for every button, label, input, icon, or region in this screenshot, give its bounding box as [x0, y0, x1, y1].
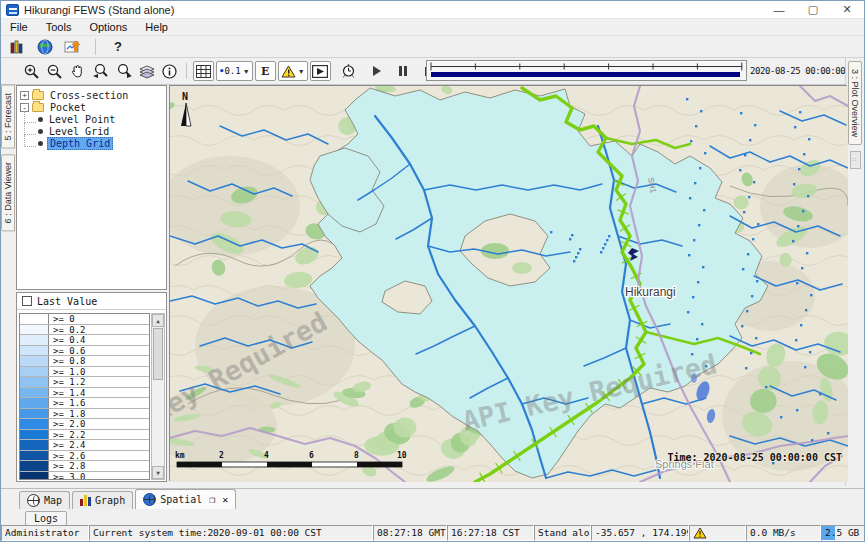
menu-item-help[interactable]: Help	[136, 20, 177, 34]
tree-item-level-point[interactable]: Level Point	[20, 113, 166, 125]
title-bar: Hikurangi FEWS (Stand alone) — ▢ ✕	[1, 1, 864, 19]
tree-item-label: Depth Grid	[47, 137, 113, 150]
tree-item-depth-grid[interactable]: Depth Grid	[20, 137, 166, 149]
legend-scrollbar[interactable]: ▲ ▼	[151, 313, 165, 480]
legend-panel: Last Value >= 0>= 0.2>= 0.4>= 0.6>= 0.8>…	[16, 292, 167, 482]
legend-row[interactable]: >= 1.4	[20, 388, 149, 399]
help-icon[interactable]: ?	[108, 38, 128, 56]
legend-row[interactable]: >= 2.2	[20, 430, 149, 441]
tree-item-label: Level Grid	[47, 126, 111, 137]
info-icon[interactable]	[159, 61, 180, 81]
scroll-up-icon[interactable]: ▲	[152, 314, 164, 327]
map-canvas[interactable]: API Key Required API Key Required Hikura…	[170, 86, 848, 482]
zoom-previous-icon[interactable]	[90, 61, 111, 81]
legend-value-label: >= 2.2	[49, 430, 86, 440]
legend-row[interactable]: >= 1.8	[20, 409, 149, 420]
legend-row[interactable]: >= 1.6	[20, 398, 149, 409]
legend-row[interactable]: >= 2.4	[20, 440, 149, 451]
movie-export-icon[interactable]	[310, 61, 331, 81]
legend-value-label: >= 1.8	[49, 409, 86, 419]
tab-label: Graph	[95, 495, 125, 506]
tree-connector	[24, 123, 36, 135]
status-gmt-time: 08:27:18 GMT	[373, 525, 447, 541]
panel-grip[interactable]: ∷	[850, 151, 861, 169]
class-break-dropdown[interactable]: •0.1▼	[216, 61, 253, 81]
tab-5-forecast[interactable]: 5 : Forecast	[1, 85, 15, 149]
close-button[interactable]: ✕	[830, 1, 864, 18]
maximize-pane-icon[interactable]: ❐	[209, 494, 215, 505]
status-warning	[689, 525, 746, 541]
labels-toggle-button[interactable]: E	[255, 61, 276, 81]
legend-row[interactable]: >= 2.8	[20, 461, 149, 472]
legend-row[interactable]: >= 2.0	[20, 419, 149, 430]
legend-row[interactable]: >= 0.4	[20, 335, 149, 346]
leaf-bullet-icon	[38, 141, 43, 146]
tree-toggle-icon[interactable]: +	[20, 91, 29, 100]
legend-color-swatch	[20, 335, 49, 345]
play-button[interactable]	[367, 61, 388, 81]
menu-item-options[interactable]: Options	[80, 20, 136, 34]
toolbar-separator	[95, 39, 96, 55]
zoom-out-icon[interactable]	[44, 61, 65, 81]
export-chart-icon[interactable]	[63, 38, 83, 56]
animation-settings-icon[interactable]	[338, 61, 359, 81]
legend-row[interactable]: >= 3.0	[20, 472, 149, 481]
legend-value-label: >= 1.2	[49, 377, 86, 387]
warning-icon	[693, 527, 707, 539]
last-value-checkbox[interactable]	[22, 296, 32, 306]
tree-item-cross-section[interactable]: +Cross-section	[20, 89, 166, 101]
menu-item-file[interactable]: File	[1, 20, 37, 34]
tab-spatial[interactable]: Spatial❐✕	[135, 489, 236, 509]
zoom-next-icon[interactable]	[113, 61, 134, 81]
tab-plot-overview[interactable]: 3 : Plot Overview	[848, 61, 862, 145]
tree-connector	[24, 111, 36, 123]
menu-item-tools[interactable]: Tools	[37, 20, 81, 34]
filters-tree: +Cross-section-PocketLevel PointLevel Gr…	[16, 85, 167, 290]
folder-icon	[32, 91, 44, 100]
layers-icon[interactable]	[136, 61, 157, 81]
legend-row[interactable]: >= 2.6	[20, 451, 149, 462]
toolbar-separator	[186, 63, 187, 79]
legend-value-label: >= 1.4	[49, 388, 86, 398]
grid-icon[interactable]	[193, 61, 214, 81]
app-icon	[6, 4, 19, 16]
status-bar: AdministratorCurrent system time:2020-09…	[1, 525, 864, 541]
minimize-button[interactable]: —	[762, 1, 796, 18]
legend-color-swatch	[20, 440, 49, 450]
tab-6-data-viewer[interactable]: 6 : Data Viewer	[1, 154, 15, 231]
chevron-down-icon: ▼	[243, 68, 250, 75]
close-pane-icon[interactable]: ✕	[222, 494, 228, 505]
legend-row[interactable]: >= 1.0	[20, 367, 149, 378]
current-time-display: 2020-08-25 00:00:00 CST	[750, 60, 847, 81]
legend-value-label: >= 1.6	[49, 398, 86, 408]
legend-color-swatch	[20, 451, 49, 461]
tree-item-pocket[interactable]: -Pocket	[20, 101, 166, 113]
legend-row[interactable]: >= 0.6	[20, 346, 149, 357]
legend-row[interactable]: >= 0.8	[20, 356, 149, 367]
tab-graph[interactable]: Graph	[72, 491, 133, 509]
globe-icon[interactable]	[35, 38, 55, 56]
explorer-icon[interactable]	[7, 38, 27, 56]
warning-icon	[281, 65, 296, 78]
pan-icon[interactable]	[67, 61, 88, 81]
legend-color-swatch	[20, 346, 49, 356]
legend-color-swatch	[20, 419, 49, 429]
legend-value-label: >= 1.0	[49, 367, 86, 377]
main-toolbar: ?	[1, 36, 864, 58]
maximize-button[interactable]: ▢	[796, 1, 830, 18]
pause-button[interactable]	[393, 61, 414, 81]
time-slider[interactable]	[426, 60, 747, 81]
scroll-down-icon[interactable]: ▼	[152, 466, 164, 479]
logs-tab[interactable]: Logs	[25, 511, 67, 526]
tab-map[interactable]: Map	[19, 491, 70, 509]
last-value-row[interactable]: Last Value	[17, 293, 166, 310]
legend-row[interactable]: >= 0	[20, 314, 149, 325]
legend-color-swatch	[20, 367, 49, 377]
app-window: Hikurangi FEWS (Stand alone) — ▢ ✕ FileT…	[0, 0, 865, 542]
zoom-in-icon[interactable]	[21, 61, 42, 81]
tree-item-level-grid[interactable]: Level Grid	[20, 125, 166, 137]
legend-row[interactable]: >= 0.2	[20, 325, 149, 336]
legend-row[interactable]: >= 1.2	[20, 377, 149, 388]
scroll-thumb[interactable]	[153, 328, 163, 380]
thresholds-dropdown[interactable]: ▼	[278, 61, 308, 81]
